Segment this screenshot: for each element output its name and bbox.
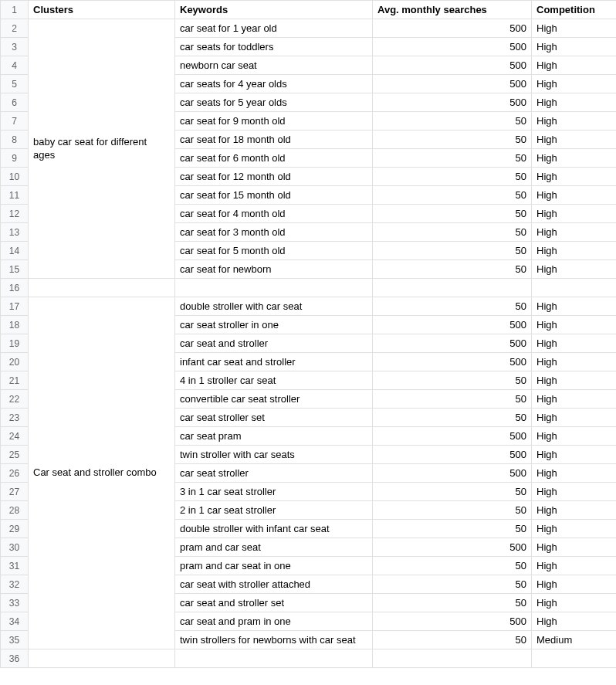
keyword-cell[interactable]: twin strollers for newborns with car sea… bbox=[175, 631, 373, 649]
searches-cell[interactable]: 500 bbox=[373, 353, 532, 371]
row-number[interactable]: 11 bbox=[1, 186, 29, 205]
competition-cell[interactable]: High bbox=[532, 575, 617, 594]
keyword-cell[interactable]: car seat and stroller bbox=[175, 334, 373, 353]
keyword-cell[interactable]: double stroller with car seat bbox=[175, 297, 373, 316]
cluster-cell[interactable] bbox=[29, 649, 175, 668]
keyword-cell[interactable] bbox=[175, 279, 373, 297]
searches-cell[interactable]: 50 bbox=[373, 149, 532, 168]
competition-cell[interactable]: High bbox=[532, 149, 617, 168]
competition-cell[interactable]: High bbox=[532, 316, 617, 334]
keyword-cell[interactable]: 3 in 1 car seat stroller bbox=[175, 483, 373, 501]
searches-cell[interactable]: 50 bbox=[373, 390, 532, 409]
row-number[interactable]: 6 bbox=[1, 93, 29, 112]
row-number[interactable]: 18 bbox=[1, 316, 29, 334]
competition-cell[interactable]: High bbox=[532, 260, 617, 279]
spreadsheet-table[interactable]: 1ClustersKeywordsAvg. monthly searchesCo… bbox=[0, 0, 616, 668]
searches-cell[interactable]: 500 bbox=[373, 38, 532, 56]
competition-cell[interactable]: High bbox=[532, 19, 617, 38]
searches-cell[interactable]: 50 bbox=[373, 501, 532, 520]
row-number[interactable]: 1 bbox=[1, 1, 29, 19]
keyword-cell[interactable]: convertible car seat stroller bbox=[175, 390, 373, 409]
competition-cell[interactable]: High bbox=[532, 205, 617, 223]
row-number[interactable]: 13 bbox=[1, 223, 29, 242]
row-number[interactable]: 7 bbox=[1, 112, 29, 131]
searches-cell[interactable]: 50 bbox=[373, 242, 532, 260]
keyword-cell[interactable]: car seat for 1 year old bbox=[175, 19, 373, 38]
keyword-cell[interactable]: car seat stroller set bbox=[175, 409, 373, 427]
competition-cell[interactable]: High bbox=[532, 483, 617, 501]
row-number[interactable]: 31 bbox=[1, 557, 29, 575]
searches-cell[interactable]: 50 bbox=[373, 557, 532, 575]
competition-cell[interactable]: High bbox=[532, 390, 617, 409]
column-header-searches[interactable]: Avg. monthly searches bbox=[373, 1, 532, 19]
searches-cell[interactable]: 50 bbox=[373, 575, 532, 594]
keyword-cell[interactable]: car seat with stroller attached bbox=[175, 575, 373, 594]
row-number[interactable]: 19 bbox=[1, 334, 29, 353]
competition-cell[interactable]: High bbox=[532, 168, 617, 186]
row-number[interactable]: 9 bbox=[1, 149, 29, 168]
competition-cell[interactable]: High bbox=[532, 371, 617, 390]
row-number[interactable]: 8 bbox=[1, 131, 29, 149]
searches-cell[interactable] bbox=[373, 649, 532, 668]
searches-cell[interactable]: 500 bbox=[373, 538, 532, 557]
row-number[interactable]: 22 bbox=[1, 390, 29, 409]
keyword-cell[interactable]: double stroller with infant car seat bbox=[175, 520, 373, 538]
row-number[interactable]: 27 bbox=[1, 483, 29, 501]
keyword-cell[interactable]: car seat stroller in one bbox=[175, 316, 373, 334]
searches-cell[interactable]: 500 bbox=[373, 334, 532, 353]
searches-cell[interactable]: 500 bbox=[373, 316, 532, 334]
row-number[interactable]: 28 bbox=[1, 501, 29, 520]
row-number[interactable]: 36 bbox=[1, 649, 29, 668]
searches-cell[interactable]: 500 bbox=[373, 612, 532, 631]
searches-cell[interactable]: 50 bbox=[373, 409, 532, 427]
competition-cell[interactable]: High bbox=[532, 75, 617, 93]
keyword-cell[interactable]: car seat stroller bbox=[175, 464, 373, 483]
competition-cell[interactable]: High bbox=[532, 594, 617, 612]
keyword-cell[interactable]: pram and car seat in one bbox=[175, 557, 373, 575]
competition-cell[interactable]: High bbox=[532, 409, 617, 427]
column-header-clusters[interactable]: Clusters bbox=[29, 1, 175, 19]
keyword-cell[interactable]: car seat for newborn bbox=[175, 260, 373, 279]
row-number[interactable]: 26 bbox=[1, 464, 29, 483]
competition-cell[interactable]: High bbox=[532, 353, 617, 371]
cluster-cell[interactable]: Car seat and stroller combo bbox=[29, 297, 175, 649]
searches-cell[interactable]: 50 bbox=[373, 205, 532, 223]
column-header-competition[interactable]: Competition bbox=[532, 1, 617, 19]
keyword-cell[interactable]: 2 in 1 car seat stroller bbox=[175, 501, 373, 520]
row-number[interactable]: 3 bbox=[1, 38, 29, 56]
searches-cell[interactable]: 500 bbox=[373, 464, 532, 483]
row-number[interactable]: 21 bbox=[1, 371, 29, 390]
competition-cell[interactable]: High bbox=[532, 131, 617, 149]
keyword-cell[interactable]: car seats for toddlers bbox=[175, 38, 373, 56]
competition-cell[interactable]: High bbox=[532, 427, 617, 446]
keyword-cell[interactable] bbox=[175, 649, 373, 668]
competition-cell[interactable]: High bbox=[532, 612, 617, 631]
keyword-cell[interactable]: twin stroller with car seats bbox=[175, 446, 373, 464]
searches-cell[interactable]: 500 bbox=[373, 75, 532, 93]
searches-cell[interactable]: 500 bbox=[373, 93, 532, 112]
searches-cell[interactable]: 50 bbox=[373, 594, 532, 612]
cluster-cell[interactable] bbox=[29, 279, 175, 297]
searches-cell[interactable] bbox=[373, 279, 532, 297]
competition-cell[interactable]: High bbox=[532, 464, 617, 483]
keyword-cell[interactable]: newborn car seat bbox=[175, 56, 373, 75]
keyword-cell[interactable]: car seat for 12 month old bbox=[175, 168, 373, 186]
competition-cell[interactable]: Medium bbox=[532, 631, 617, 649]
searches-cell[interactable]: 500 bbox=[373, 56, 532, 75]
row-number[interactable]: 23 bbox=[1, 409, 29, 427]
row-number[interactable]: 30 bbox=[1, 538, 29, 557]
competition-cell[interactable]: High bbox=[532, 56, 617, 75]
row-number[interactable]: 10 bbox=[1, 168, 29, 186]
keyword-cell[interactable]: car seat pram bbox=[175, 427, 373, 446]
searches-cell[interactable]: 50 bbox=[373, 260, 532, 279]
keyword-cell[interactable]: car seat for 3 month old bbox=[175, 223, 373, 242]
competition-cell[interactable]: High bbox=[532, 334, 617, 353]
row-number[interactable]: 14 bbox=[1, 242, 29, 260]
row-number[interactable]: 29 bbox=[1, 520, 29, 538]
keyword-cell[interactable]: car seat for 15 month old bbox=[175, 186, 373, 205]
row-number[interactable]: 34 bbox=[1, 612, 29, 631]
searches-cell[interactable]: 50 bbox=[373, 112, 532, 131]
competition-cell[interactable]: High bbox=[532, 242, 617, 260]
competition-cell[interactable]: High bbox=[532, 38, 617, 56]
searches-cell[interactable]: 50 bbox=[373, 297, 532, 316]
